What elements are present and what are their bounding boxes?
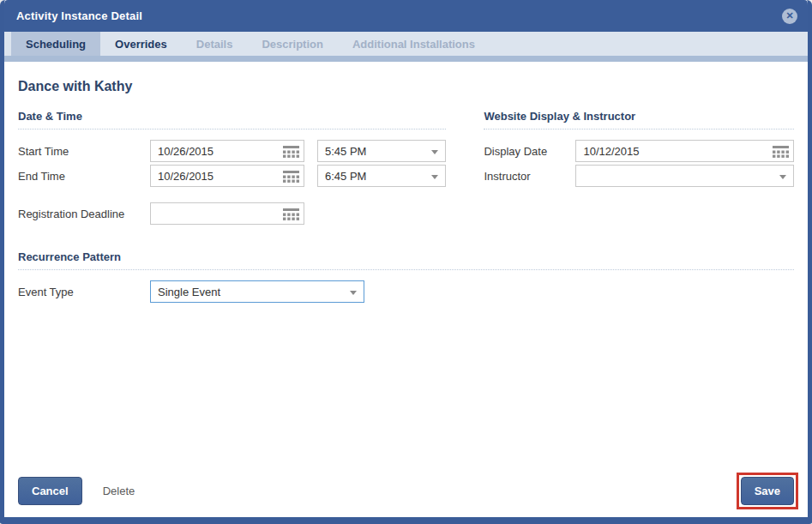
calendar-icon[interactable] bbox=[283, 208, 299, 223]
cancel-button[interactable]: Cancel bbox=[18, 477, 82, 505]
chevron-down-icon bbox=[431, 175, 438, 179]
end-time-select[interactable]: 6:45 PM bbox=[317, 165, 446, 187]
dialog-titlebar: Activity Instance Detail ✕ bbox=[4, 0, 808, 32]
save-annotation-highlight: Save bbox=[737, 473, 798, 509]
activity-instance-detail-dialog: Activity Instance Detail ✕ Scheduling Ov… bbox=[0, 0, 812, 524]
end-time-value: 6:45 PM bbox=[325, 170, 366, 183]
chevron-down-icon bbox=[431, 150, 438, 154]
registration-deadline-row: Registration Deadline bbox=[18, 202, 446, 225]
event-type-label: Event Type bbox=[18, 286, 150, 298]
start-date-input[interactable]: 10/26/2015 bbox=[150, 140, 304, 162]
display-date-input[interactable]: 10/12/2015 bbox=[575, 140, 794, 162]
tab-overrides[interactable]: Overrides bbox=[100, 32, 182, 56]
start-time-select[interactable]: 5:45 PM bbox=[317, 140, 446, 162]
tab-scheduling[interactable]: Scheduling bbox=[11, 32, 100, 56]
tab-band-divider bbox=[4, 56, 808, 62]
instructor-row: Instructor bbox=[484, 165, 794, 187]
tab-additional-installations: Additional Installations bbox=[338, 32, 490, 56]
section-date-time: Date & Time bbox=[18, 110, 446, 129]
start-time-value: 5:45 PM bbox=[325, 145, 366, 158]
chevron-down-icon bbox=[350, 291, 357, 295]
start-time-row: Start Time 10/26/2015 5:45 PM bbox=[18, 140, 446, 162]
section-recurrence-pattern: Recurrence Pattern bbox=[18, 250, 794, 270]
end-date-value: 10/26/2015 bbox=[158, 170, 214, 183]
instructor-select[interactable] bbox=[575, 165, 794, 187]
chevron-down-icon bbox=[779, 175, 786, 179]
dialog-content: Dance with Kathy Date & Time Start Time … bbox=[4, 62, 808, 303]
start-time-label: Start Time bbox=[18, 145, 150, 158]
delete-link[interactable]: Delete bbox=[103, 485, 135, 497]
event-type-value: Single Event bbox=[158, 286, 220, 298]
page-title: Dance with Kathy bbox=[18, 79, 794, 94]
display-date-row: Display Date 10/12/2015 bbox=[484, 140, 794, 162]
dialog-title: Activity Instance Detail bbox=[16, 9, 142, 22]
save-button[interactable]: Save bbox=[741, 477, 794, 505]
dialog-footer: Cancel Delete Save bbox=[18, 473, 798, 509]
calendar-icon[interactable] bbox=[283, 146, 299, 160]
display-date-value: 10/12/2015 bbox=[583, 145, 639, 158]
start-date-value: 10/26/2015 bbox=[158, 145, 214, 158]
instructor-label: Instructor bbox=[484, 170, 575, 183]
event-type-row: Event Type Single Event bbox=[18, 280, 794, 303]
end-date-input[interactable]: 10/26/2015 bbox=[150, 165, 304, 187]
event-type-select[interactable]: Single Event bbox=[150, 280, 364, 303]
calendar-icon[interactable] bbox=[773, 146, 789, 160]
tab-details: Details bbox=[182, 32, 248, 56]
tab-bar: Scheduling Overrides Details Description… bbox=[4, 32, 808, 56]
calendar-icon[interactable] bbox=[283, 171, 299, 185]
close-icon[interactable]: ✕ bbox=[782, 9, 797, 24]
end-time-row: End Time 10/26/2015 6:45 PM bbox=[18, 165, 446, 187]
end-time-label: End Time bbox=[18, 170, 150, 183]
registration-deadline-input[interactable] bbox=[150, 202, 304, 225]
tab-description: Description bbox=[247, 32, 338, 56]
registration-deadline-label: Registration Deadline bbox=[18, 208, 150, 220]
display-date-label: Display Date bbox=[484, 145, 575, 158]
section-website-display: Website Display & Instructor bbox=[484, 110, 794, 129]
